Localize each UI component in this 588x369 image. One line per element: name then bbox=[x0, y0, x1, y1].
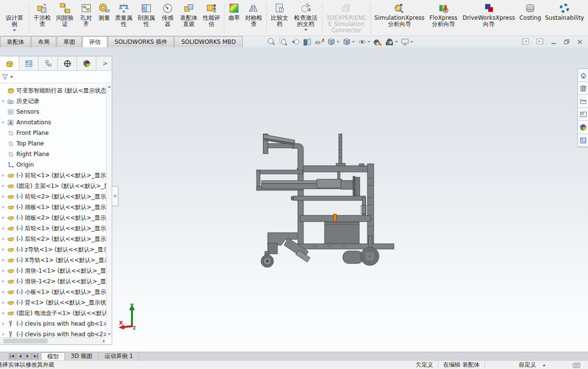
filter-dropdown-icon[interactable] bbox=[10, 76, 13, 78]
panel-tab-config[interactable] bbox=[39, 56, 58, 70]
ribbon-button-clearance-verify[interactable]: 间隙验证 bbox=[53, 1, 76, 36]
scroll-down-icon[interactable] bbox=[106, 331, 112, 337]
viewport-tool-monitor[interactable] bbox=[400, 37, 414, 47]
tree-item[interactable]: (-) 背<1> (默认<<默认>_显示状态 bbox=[0, 297, 106, 308]
expand-arrow-icon[interactable] bbox=[1, 333, 5, 336]
ribbon-button-section-props[interactable]: 剖面属性 bbox=[135, 1, 157, 36]
filter-funnel-icon[interactable] bbox=[1, 73, 9, 80]
ribbon-button-sustainability[interactable]: Sustainability bbox=[543, 1, 586, 36]
tree-item[interactable]: (-) 前轮<2> (默认<<默认>_显示状态 bbox=[0, 191, 106, 202]
command-tab-3[interactable]: 草图 bbox=[57, 36, 82, 47]
expand-arrow-icon[interactable] bbox=[1, 259, 5, 262]
bottom-tab-1[interactable]: 模型 bbox=[41, 352, 65, 360]
tree-item[interactable]: (-) 踏板<2> (默认<<默认>_显示状态 bbox=[0, 212, 106, 223]
tree-item[interactable]: (-) 后轮<1> (默认<<默认>_显示状态 bbox=[0, 223, 106, 234]
bottom-tab-3[interactable]: 运动算例 1 bbox=[99, 352, 139, 360]
expand-arrow-icon[interactable] bbox=[1, 184, 5, 187]
viewport-tool-orientation[interactable] bbox=[326, 37, 340, 47]
tree-item[interactable]: Front Plane bbox=[0, 128, 106, 138]
command-tab-1[interactable]: 装配体 bbox=[0, 36, 31, 47]
scrollbar-thumb[interactable] bbox=[3, 339, 48, 343]
tree-item[interactable]: (-) 小板<1> (默认<<默认>_显示状态 bbox=[0, 287, 106, 297]
tree-item[interactable]: (固定) 主架<1> (默认<<默认>_显示 bbox=[0, 181, 106, 191]
ribbon-button-sensor[interactable]: 传感器 bbox=[157, 1, 177, 36]
tree-item[interactable]: (-) z导轨<1> (默认<<默认>_显示 bbox=[0, 244, 106, 255]
task-pane-library-button[interactable] bbox=[578, 82, 588, 95]
tree-item[interactable]: (-) X导轨<1> (默认<<默认>_显示 bbox=[0, 255, 106, 265]
expand-arrow-icon[interactable] bbox=[1, 100, 5, 103]
bottom-tab-2[interactable]: 3D 视图 bbox=[65, 352, 99, 360]
expand-arrow-icon[interactable] bbox=[1, 227, 5, 230]
expand-arrow-icon[interactable] bbox=[1, 237, 5, 240]
panel-tab-dimxpert[interactable] bbox=[58, 56, 77, 70]
tree-item[interactable]: AAnnotations bbox=[0, 117, 106, 128]
model-3d-walker[interactable] bbox=[250, 125, 405, 279]
ribbon-button-hole-align[interactable]: 孔对齐 bbox=[76, 1, 96, 36]
task-pane-viewpalette-button[interactable] bbox=[578, 108, 588, 121]
ribbon-button-curvature[interactable]: 曲率 bbox=[226, 1, 242, 36]
panel-tab-property[interactable] bbox=[19, 56, 39, 70]
graphics-viewport[interactable]: Y X Z > 可变形智能助行器 (默认<显示状态-1>历史记录SensorsA… bbox=[0, 47, 588, 352]
task-pane-appearance-button[interactable] bbox=[578, 121, 588, 134]
tree-horizontal-scrollbar[interactable] bbox=[0, 337, 106, 344]
close-button[interactable] bbox=[576, 39, 583, 45]
viewport-tool-annotation[interactable]: A bbox=[314, 37, 325, 47]
tree-item[interactable]: (-) clevis pins with head gb<2> bbox=[0, 329, 106, 337]
viewport-tool-display-style[interactable] bbox=[341, 37, 355, 47]
ribbon-button-check-active-doc[interactable]: 检查激活的文档 bbox=[291, 1, 321, 36]
expand-arrow-icon[interactable] bbox=[1, 206, 5, 209]
command-tab-4[interactable]: 评估 bbox=[82, 36, 107, 47]
tree-item[interactable]: Right Plane bbox=[0, 149, 106, 159]
nav-first-button[interactable] bbox=[9, 353, 16, 359]
ribbon-button-floxpress[interactable]: FloXpress 分析向导 bbox=[427, 1, 460, 36]
tree-item[interactable]: Sensors bbox=[0, 106, 106, 117]
task-pane-custom-button[interactable] bbox=[578, 134, 588, 147]
tags-icon[interactable] bbox=[573, 362, 581, 369]
tree-item[interactable]: (-) 后轮<2> (默认<<默认>_显示状态 bbox=[0, 234, 106, 244]
scroll-right-icon[interactable] bbox=[103, 340, 105, 343]
viewport-tool-zoom-area[interactable] bbox=[278, 37, 288, 47]
command-tab-5[interactable]: SOLIDWORKS 插件 bbox=[108, 36, 174, 47]
chevron-down-icon[interactable] bbox=[367, 41, 370, 43]
tree-vertical-scrollbar[interactable] bbox=[106, 84, 112, 337]
chevron-down-icon[interactable] bbox=[395, 41, 398, 43]
panel-expand-arrow[interactable]: > bbox=[99, 56, 112, 70]
expand-arrow-icon[interactable] bbox=[1, 269, 5, 272]
units-selector[interactable]: 自定义 bbox=[519, 361, 536, 369]
ribbon-button-symmetry-check[interactable]: 对称检查 bbox=[242, 1, 265, 36]
expand-arrow-icon[interactable] bbox=[1, 216, 5, 219]
chevron-up-icon[interactable] bbox=[543, 364, 546, 366]
task-pane-folder-button[interactable] bbox=[578, 95, 588, 108]
ribbon-button-costing[interactable]: Costing bbox=[517, 1, 543, 36]
tree-item[interactable]: Top Plane bbox=[0, 138, 106, 149]
minimize-button[interactable] bbox=[550, 39, 557, 45]
command-tab-6[interactable]: SOLIDWORKS MBD bbox=[174, 36, 242, 47]
scroll-up-icon[interactable] bbox=[106, 84, 112, 90]
ribbon-button-driveworksxpress[interactable]: DriveWorksXpress 向导 bbox=[460, 1, 517, 36]
tree-item[interactable]: (-) clevis pins with head gb<1> bbox=[0, 318, 106, 329]
tree-item[interactable]: (-) 踏板<1> (默认<<默认>_显示状态 bbox=[0, 202, 106, 212]
collapse-left-pane-button[interactable] bbox=[522, 38, 530, 46]
ribbon-button-performance-eval[interactable]: 性能评估 bbox=[200, 1, 222, 36]
ribbon-button-interference-check[interactable]: 干涉检查 bbox=[31, 1, 53, 36]
expand-arrow-icon[interactable] bbox=[1, 195, 5, 198]
ribbon-button-mass-props[interactable]: 质量属性 bbox=[112, 1, 135, 36]
tree-item[interactable]: Origin bbox=[0, 159, 106, 170]
chevron-down-icon[interactable] bbox=[352, 41, 355, 43]
chevron-down-icon[interactable] bbox=[304, 29, 307, 31]
expand-arrow-icon[interactable] bbox=[1, 290, 5, 293]
expand-arrow-icon[interactable] bbox=[1, 121, 5, 124]
tree-item[interactable]: (固定) 电池盒子<1> (默认<<默认 bbox=[0, 308, 106, 318]
nav-next-button[interactable] bbox=[24, 353, 31, 359]
viewport-tool-section[interactable] bbox=[302, 37, 313, 47]
task-pane-home-button[interactable] bbox=[578, 69, 588, 82]
expand-arrow-icon[interactable] bbox=[1, 322, 5, 325]
viewport-tool-zoom-fit[interactable] bbox=[266, 37, 276, 47]
viewport-tool-scene[interactable] bbox=[384, 37, 398, 47]
ribbon-button-simulationxpress[interactable]: SimulationXpress 分析向导 bbox=[372, 1, 427, 36]
tree-item[interactable]: (-) 滑块-1<1> (默认<<默认>_显示 bbox=[0, 265, 106, 276]
expand-arrow-icon[interactable] bbox=[1, 280, 5, 283]
ribbon-button-compare-docs[interactable]: ?比较文档 bbox=[268, 1, 291, 36]
tree-item[interactable]: 历史记录 bbox=[0, 96, 106, 106]
ribbon-button-assembly-visualize[interactable]: 装配体直观 bbox=[178, 1, 200, 36]
